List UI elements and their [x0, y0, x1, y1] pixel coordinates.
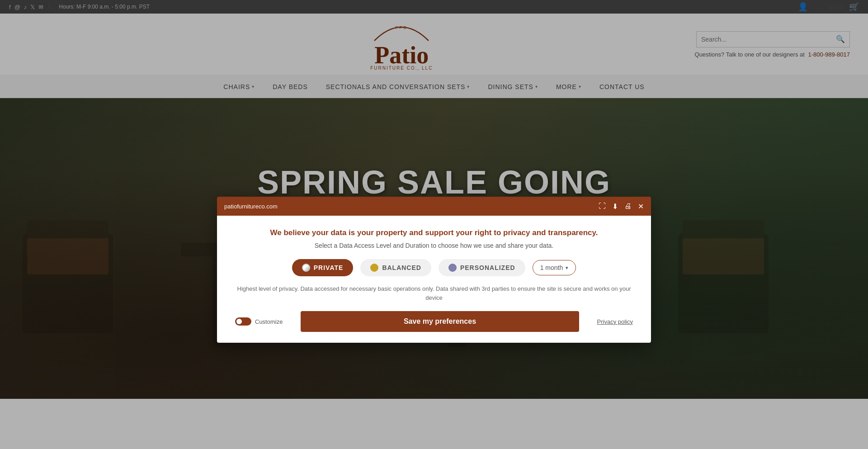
- dialog-description: Select a Data Access Level and Duration …: [235, 242, 633, 249]
- option-private-button[interactable]: PRIVATE: [292, 259, 354, 276]
- dialog-title: We believe your data is your property an…: [235, 228, 633, 237]
- dialog-download-icon[interactable]: ⬇: [612, 202, 618, 211]
- dialog-options: PRIVATE BALANCED PERSONALIZED 1 month ▾: [235, 259, 633, 276]
- duration-chevron-icon: ▾: [566, 265, 568, 271]
- duration-value: 1 month: [540, 264, 563, 271]
- dialog-footer: Customize Save my preferences Privacy po…: [235, 311, 633, 332]
- customize-link[interactable]: Customize: [235, 317, 283, 326]
- dialog-url: patiofurnitureco.com: [224, 203, 278, 210]
- dialog-overlay: patiofurnitureco.com ⛶ ⬇ 🖨 ✕ We believe …: [0, 0, 868, 449]
- privacy-policy-link[interactable]: Privacy policy: [597, 318, 633, 325]
- customize-toggle[interactable]: [235, 317, 251, 326]
- private-dot-icon: [302, 264, 310, 272]
- personalized-dot-icon: [448, 264, 457, 272]
- dialog-body: We believe your data is your property an…: [217, 216, 651, 343]
- duration-select[interactable]: 1 month ▾: [533, 260, 576, 275]
- option-balanced-label: BALANCED: [382, 264, 421, 271]
- dialog-close-icon[interactable]: ✕: [638, 202, 644, 211]
- option-personalized-button[interactable]: PERSONALIZED: [439, 259, 525, 276]
- dialog-expand-icon[interactable]: ⛶: [599, 202, 606, 210]
- dialog-print-icon[interactable]: 🖨: [624, 202, 632, 210]
- privacy-dialog: patiofurnitureco.com ⛶ ⬇ 🖨 ✕ We believe …: [217, 197, 651, 343]
- option-private-label: PRIVATE: [314, 264, 344, 271]
- option-balanced-button[interactable]: BALANCED: [360, 259, 431, 276]
- dialog-header-icons: ⛶ ⬇ 🖨 ✕: [599, 202, 644, 211]
- dialog-privacy-note: Highest level of privacy. Data accessed …: [235, 284, 633, 302]
- save-preferences-button[interactable]: Save my preferences: [301, 311, 579, 332]
- balanced-dot-icon: [370, 264, 378, 272]
- option-personalized-label: PERSONALIZED: [460, 264, 515, 271]
- customize-label: Customize: [255, 318, 283, 325]
- dialog-header: patiofurnitureco.com ⛶ ⬇ 🖨 ✕: [217, 197, 651, 216]
